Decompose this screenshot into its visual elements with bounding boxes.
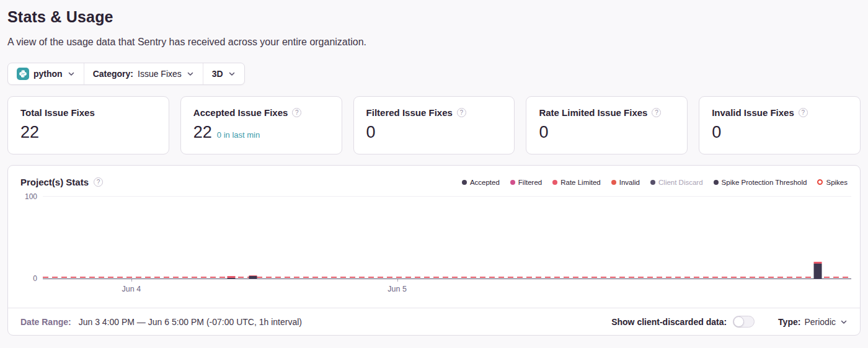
filter-bar: python Category: Issue Fixes 3D (7, 63, 245, 85)
stats-usage-page: Stats & Usage A view of the usage data t… (0, 0, 868, 336)
help-icon[interactable]: ? (799, 108, 808, 117)
date-range-label: Date Range: (20, 317, 71, 327)
card-title: Rate Limited Issue Fixes (539, 107, 647, 118)
x-axis-tick-label: Jun 5 (388, 285, 407, 293)
stat-cards-row: Total Issue Fixes 22 Accepted Issue Fixe… (7, 96, 861, 154)
legend-dot-icon (462, 180, 467, 185)
bar-segment-accepted (249, 276, 257, 279)
period-filter-dropdown[interactable]: 3D (203, 63, 244, 84)
x-axis-tick-mark (397, 279, 398, 282)
legend-item-spikes[interactable]: Spikes (817, 179, 848, 186)
card-value: 22 (193, 123, 212, 142)
legend-item-spike-protection-threshold[interactable]: Spike Protection Threshold (714, 179, 807, 186)
chevron-down-icon (840, 318, 848, 326)
chart-bar[interactable] (814, 262, 822, 279)
chart-legend: AcceptedFilteredRate LimitedInvalidClien… (462, 179, 848, 186)
legend-item-invalid[interactable]: Invalid (611, 179, 640, 186)
panel-title: Project(s) Stats (20, 177, 89, 187)
card-subtext: 0 in last min (217, 130, 260, 140)
help-icon[interactable]: ? (652, 108, 661, 117)
category-filter-dropdown[interactable]: Category: Issue Fixes (84, 63, 203, 84)
card-title: Total Issue Fixes (20, 107, 95, 118)
legend-label: Invalid (619, 179, 640, 186)
chart-bar[interactable] (227, 276, 235, 279)
project-filter-value: python (33, 69, 63, 79)
legend-dot-icon (510, 180, 515, 185)
card-total-issue-fixes: Total Issue Fixes 22 (7, 96, 169, 154)
type-label: Type: (778, 317, 800, 327)
legend-dot-icon (714, 180, 719, 185)
python-logo-icon (17, 68, 29, 80)
legend-label: Spikes (826, 179, 848, 186)
category-filter-value: Issue Fixes (138, 69, 182, 79)
project-filter-dropdown[interactable]: python (8, 63, 84, 84)
legend-item-filtered[interactable]: Filtered (510, 179, 542, 186)
legend-label: Filtered (518, 179, 542, 186)
legend-dot-icon (611, 180, 616, 185)
legend-dot-icon (552, 180, 557, 185)
client-discard-toggle[interactable] (733, 316, 755, 328)
spike-protection-threshold-line (43, 277, 851, 278)
help-icon[interactable]: ? (292, 108, 301, 117)
toggle-knob (733, 316, 744, 327)
card-rate-limited-issue-fixes: Rate Limited Issue Fixes ? 0 (526, 96, 688, 154)
x-axis-tick-label: Jun 4 (122, 285, 141, 293)
chevron-down-icon (68, 70, 75, 78)
gridline (43, 196, 851, 197)
chart-plot (43, 196, 851, 279)
legend-label: Spike Protection Threshold (722, 179, 807, 186)
page-subtitle: A view of the usage data that Sentry has… (7, 37, 861, 48)
help-icon[interactable]: ? (94, 177, 103, 187)
legend-item-accepted[interactable]: Accepted (462, 179, 500, 186)
client-discard-toggle-label: Show client-discarded data: (611, 317, 727, 327)
legend-item-client-discard[interactable]: Client Discard (650, 179, 703, 186)
y-axis-tick-label: 0 (33, 274, 37, 283)
card-title: Invalid Issue Fixes (712, 107, 794, 118)
type-dropdown[interactable]: Type: Periodic (778, 317, 848, 327)
chevron-down-icon (187, 70, 194, 78)
x-axis-tick-mark (131, 279, 132, 282)
card-value: 0 (366, 123, 376, 142)
legend-dot-icon (650, 180, 655, 185)
chart-area: 100 0 (8, 187, 860, 279)
card-filtered-issue-fixes: Filtered Issue Fixes ? 0 (353, 96, 515, 154)
card-value: 0 (712, 123, 721, 142)
legend-label: Accepted (470, 179, 500, 186)
category-filter-label: Category: (93, 69, 133, 79)
period-filter-value: 3D (212, 69, 223, 79)
date-range-value: Jun 3 4:00 PM — Jun 6 5:00 PM (-07:00 UT… (79, 317, 302, 327)
chevron-down-icon (228, 70, 236, 78)
project-stats-panel: Project(s) Stats ? AcceptedFilteredRate … (7, 165, 861, 336)
chart-bar[interactable] (249, 275, 257, 279)
chart-y-axis: 100 0 (8, 196, 43, 279)
chart-x-axis: Jun 4Jun 5 (43, 279, 851, 299)
page-title: Stats & Usage (7, 0, 861, 26)
bar-segment-accepted (814, 264, 822, 279)
card-value: 0 (539, 123, 548, 142)
chart-footer: Date Range: Jun 3 4:00 PM — Jun 6 5:00 P… (8, 308, 860, 335)
card-title: Filtered Issue Fixes (366, 107, 453, 118)
legend-label: Rate Limited (560, 179, 601, 186)
help-icon[interactable]: ? (457, 108, 466, 117)
card-accepted-issue-fixes: Accepted Issue Fixes ? 22 0 in last min (180, 96, 342, 154)
card-invalid-issue-fixes: Invalid Issue Fixes ? 0 (699, 96, 861, 154)
y-axis-tick-label: 100 (25, 192, 37, 201)
card-title: Accepted Issue Fixes (193, 107, 288, 118)
bar-segment-accepted (227, 278, 235, 279)
legend-item-rate-limited[interactable]: Rate Limited (552, 179, 601, 186)
type-value: Periodic (804, 317, 836, 327)
legend-label: Client Discard (658, 179, 703, 186)
card-value: 22 (20, 123, 39, 142)
legend-ring-icon (817, 179, 823, 185)
